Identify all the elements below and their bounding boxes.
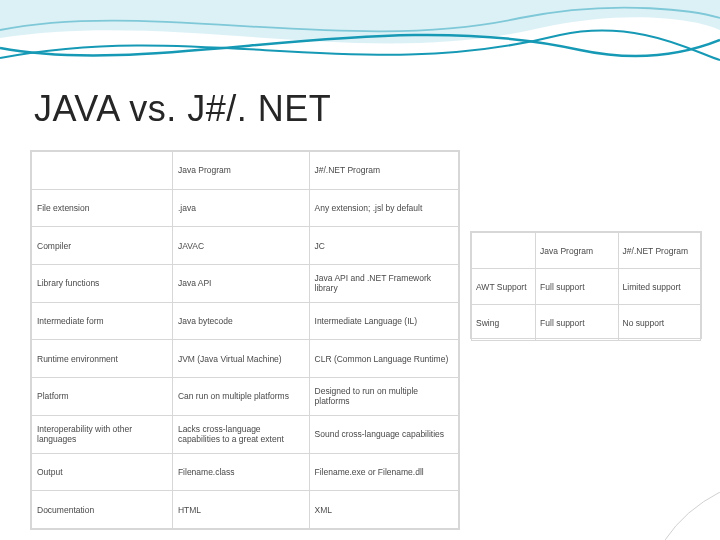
comparison-table-ui: Java Program J#/.NET Program AWT Support… [470, 231, 702, 339]
table-row: Compiler JAVAC JC [32, 227, 459, 265]
cell-value: Lacks cross-language capabilities to a g… [172, 415, 309, 453]
table-row: Swing Full support No support [472, 305, 701, 341]
cell-value: Full support [536, 305, 618, 341]
table-row: File extension .java Any extension; .jsl… [32, 189, 459, 227]
cell-value: Filename.class [172, 453, 309, 491]
cell-value: Sound cross-language capabilities [309, 415, 458, 453]
cell-label: Library functions [32, 265, 173, 303]
table-row: Java Program J#/.NET Program [32, 152, 459, 190]
table-row: Runtime environment JVM (Java Virtual Ma… [32, 340, 459, 378]
cell-value: Limited support [618, 269, 700, 305]
comparison-table-main: Java Program J#/.NET Program File extens… [30, 150, 460, 530]
decorative-swirl [0, 0, 720, 90]
cell-value: Intermediate Language (IL) [309, 302, 458, 340]
cell-value: No support [618, 305, 700, 341]
cell-value: Java API [172, 265, 309, 303]
table-row: Java Program J#/.NET Program [472, 233, 701, 269]
cell-value: JC [309, 227, 458, 265]
table-row: Output Filename.class Filename.exe or Fi… [32, 453, 459, 491]
table-row: Platform Can run on multiple platforms D… [32, 378, 459, 416]
cell-header: J#/.NET Program [309, 152, 458, 190]
table-row: Intermediate form Java bytecode Intermed… [32, 302, 459, 340]
slide: JAVA vs. J#/. NET Java Program J#/.NET P… [0, 0, 720, 540]
slide-title: JAVA vs. J#/. NET [34, 88, 331, 130]
cell-header: Java Program [536, 233, 618, 269]
cell-value: XML [309, 491, 458, 529]
cell-value: CLR (Common Language Runtime) [309, 340, 458, 378]
cell-value: JVM (Java Virtual Machine) [172, 340, 309, 378]
cell-label: Output [32, 453, 173, 491]
cell-value: Any extension; .jsl by default [309, 189, 458, 227]
cell-label: Platform [32, 378, 173, 416]
cell-value: Full support [536, 269, 618, 305]
cell-label: File extension [32, 189, 173, 227]
cell-header: Java Program [172, 152, 309, 190]
table-row: Library functions Java API Java API and … [32, 265, 459, 303]
table-row: Documentation HTML XML [32, 491, 459, 529]
cell-value: HTML [172, 491, 309, 529]
cell-label: Intermediate form [32, 302, 173, 340]
cell-value: Designed to run on multiple platforms [309, 378, 458, 416]
page-curl-icon [665, 492, 720, 540]
cell-value: .java [172, 189, 309, 227]
cell-value: Java API and .NET Framework library [309, 265, 458, 303]
cell-value: Can run on multiple platforms [172, 378, 309, 416]
table-row: Interoperability with other languages La… [32, 415, 459, 453]
cell-label: Swing [472, 305, 536, 341]
cell-blank [472, 233, 536, 269]
cell-value: Filename.exe or Filename.dll [309, 453, 458, 491]
cell-label: Runtime environment [32, 340, 173, 378]
table-row: AWT Support Full support Limited support [472, 269, 701, 305]
cell-label: AWT Support [472, 269, 536, 305]
cell-value: JAVAC [172, 227, 309, 265]
cell-label: Compiler [32, 227, 173, 265]
cell-label: Documentation [32, 491, 173, 529]
cell-blank [32, 152, 173, 190]
cell-label: Interoperability with other languages [32, 415, 173, 453]
cell-value: Java bytecode [172, 302, 309, 340]
cell-header: J#/.NET Program [618, 233, 700, 269]
